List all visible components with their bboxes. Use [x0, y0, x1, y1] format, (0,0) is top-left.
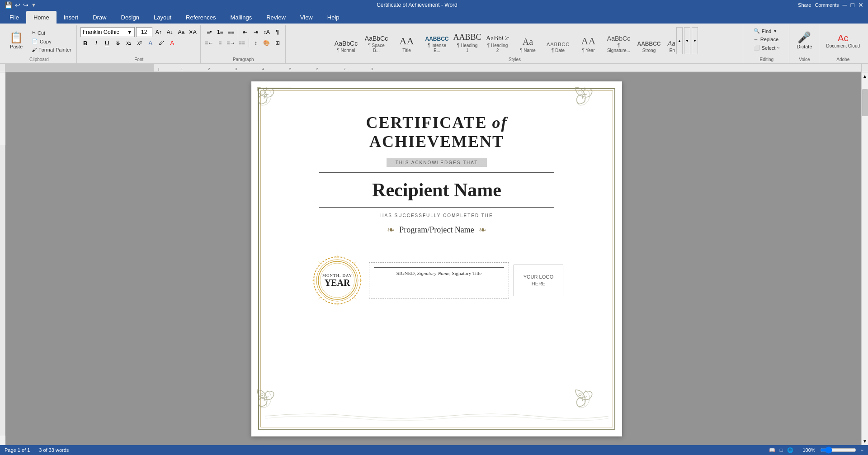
view-read-icon[interactable]: 📖: [769, 447, 775, 453]
tab-view[interactable]: View: [293, 11, 320, 24]
tab-help[interactable]: Help: [320, 11, 347, 24]
certificate-page[interactable]: CERTIFICATE of ACHIEVEMENT THIS ACKNOWLE…: [251, 81, 622, 436]
sort-button[interactable]: ↕A: [262, 27, 272, 37]
tab-design[interactable]: Design: [114, 11, 146, 24]
paragraph-group: ≡• 1≡ ≡≡ ⇤ ⇥ ↕A ¶ ≡← ≡ ≡→ ≡≡ ↕ 🎨: [202, 25, 286, 63]
tab-layout[interactable]: Layout: [146, 11, 179, 24]
editing-content: 🔍 Find ▼ ↔ Replace ⬜ Select ~: [751, 25, 782, 56]
style-emphasis[interactable]: AaBbCc Emphasis: [665, 27, 675, 54]
view-layout-icon[interactable]: □: [780, 447, 783, 453]
style-heading2[interactable]: AaBbCc ¶ Heading 2: [483, 27, 512, 54]
font-size-decrease-button[interactable]: A↓: [165, 27, 175, 37]
font-color-button[interactable]: A: [167, 38, 177, 48]
tab-insert[interactable]: Insert: [57, 11, 86, 24]
bold-button[interactable]: B: [80, 38, 90, 48]
font-group: Franklin Gothic ▼ 12 A↑ A↓ Aa ✕A B I U S…: [78, 25, 201, 63]
style-year[interactable]: AA ¶ Year: [574, 27, 603, 54]
view-web-icon[interactable]: 🌐: [787, 447, 793, 453]
styles-more[interactable]: ▾: [692, 27, 698, 54]
tab-file[interactable]: File: [2, 11, 26, 24]
tab-mailings[interactable]: Mailings: [223, 11, 259, 24]
style-strong[interactable]: AABBCC Strong: [634, 27, 664, 54]
change-case-button[interactable]: Aa: [176, 27, 186, 37]
italic-button[interactable]: I: [91, 38, 101, 48]
style-signature-line[interactable]: AaBbCc ¶ Signature...: [604, 27, 633, 54]
cut-button[interactable]: ✂ Cut: [29, 29, 74, 37]
style-intense-emphasis[interactable]: AABBCC ¶ Intense E...: [422, 27, 452, 54]
decrease-indent-button[interactable]: ⇤: [240, 27, 250, 37]
cert-title[interactable]: CERTIFICATE of ACHIEVEMENT: [297, 113, 577, 151]
share-button[interactable]: Share: [798, 2, 811, 8]
shading-button[interactable]: 🎨: [262, 38, 272, 48]
zoom-slider[interactable]: [820, 446, 856, 454]
cert-recipient[interactable]: Recipient Name: [372, 179, 501, 201]
document-cloud-button[interactable]: Ac Document Cloud: [823, 27, 863, 54]
line-spacing-button[interactable]: ↕: [251, 38, 261, 48]
editing-group: 🔍 Find ▼ ↔ Replace ⬜ Select ~ Editing: [744, 25, 789, 63]
select-button[interactable]: ⬜ Select ~: [751, 44, 782, 52]
tab-draw[interactable]: Draw: [85, 11, 113, 24]
style-space-before[interactable]: AaBbCc ¶ Space B...: [362, 27, 391, 54]
cert-acknowledges[interactable]: THIS ACKNOWLEDGES THAT: [387, 158, 487, 167]
cert-signature-area[interactable]: SIGNED, Signatory Name, Signatory Title: [369, 262, 509, 299]
format-painter-button[interactable]: 🖌 Format Painter: [29, 46, 74, 53]
show-hide-button[interactable]: ¶: [273, 27, 283, 37]
cert-logo-box[interactable]: YOUR LOGOHERE: [514, 265, 563, 296]
bullets-button[interactable]: ≡•: [204, 27, 214, 37]
align-center-button[interactable]: ≡: [215, 38, 225, 48]
ruler-container: | 1 2 3 4 5 6 7 8: [0, 64, 868, 72]
align-right-button[interactable]: ≡→: [226, 38, 236, 48]
tab-home[interactable]: Home: [26, 11, 57, 24]
svg-point-10: [260, 90, 263, 93]
scroll-up-arrow[interactable]: ▲: [862, 72, 868, 80]
find-button[interactable]: 🔍 Find ▼: [751, 27, 779, 35]
font-size-input[interactable]: 12: [136, 27, 152, 37]
comments-button[interactable]: Comments: [815, 2, 839, 8]
style-name[interactable]: Aa ¶ Name: [513, 27, 542, 54]
svg-marker-17: [336, 303, 339, 306]
tab-review[interactable]: Review: [259, 11, 293, 24]
cert-completed[interactable]: HAS SUCCESSFULLY COMPLETED THE: [380, 213, 493, 218]
font-size-increase-button[interactable]: A↑: [154, 27, 164, 37]
superscript-button[interactable]: x²: [135, 38, 145, 48]
multilevel-button[interactable]: ≡≡: [226, 27, 236, 37]
styles-scroll-up[interactable]: ▲: [676, 27, 683, 54]
justify-button[interactable]: ≡≡: [237, 38, 247, 48]
scroll-down-arrow[interactable]: ▼: [862, 437, 868, 445]
paste-button[interactable]: 📋 Paste: [5, 27, 28, 54]
styles-label: Styles: [509, 56, 521, 63]
replace-button[interactable]: ↔ Replace: [751, 36, 781, 43]
clear-format-button[interactable]: ✕A: [188, 27, 198, 37]
scroll-thumb[interactable]: [862, 89, 868, 116]
font-name-input[interactable]: Franklin Gothic ▼: [80, 27, 135, 37]
voice-content: 🎤 Dictate: [793, 25, 816, 56]
align-left-button[interactable]: ≡←: [204, 38, 214, 48]
dictate-button[interactable]: 🎤 Dictate: [793, 27, 816, 54]
strikethrough-button[interactable]: S̶: [113, 38, 123, 48]
text-highlight-button[interactable]: 🖊: [156, 38, 166, 48]
tab-references[interactable]: References: [179, 11, 223, 24]
adobe-icon: Ac: [838, 33, 848, 43]
document-area[interactable]: CERTIFICATE of ACHIEVEMENT THIS ACKNOWLE…: [5, 72, 868, 446]
increase-indent-button[interactable]: ⇥: [251, 27, 261, 37]
find-icon: 🔍: [754, 28, 760, 34]
style-date[interactable]: AABBCC ¶ Date: [543, 27, 573, 54]
paste-icon: 📋: [9, 32, 23, 43]
styles-scroll-down[interactable]: ▼: [684, 27, 690, 54]
borders-button[interactable]: ⊞: [273, 38, 283, 48]
copy-button[interactable]: 📄 Copy: [29, 38, 74, 45]
cert-program[interactable]: Program/Project Name: [399, 225, 474, 235]
style-normal[interactable]: AaBbCc ¶ Normal: [331, 27, 361, 54]
style-heading1[interactable]: AABBC ¶ Heading 1: [453, 27, 482, 54]
style-title[interactable]: AA Title: [392, 27, 421, 54]
text-effects-button[interactable]: A: [146, 38, 156, 48]
zoom-in-button[interactable]: +: [861, 447, 863, 453]
vertical-scrollbar[interactable]: ▲ ▼: [861, 72, 868, 445]
main-area: CERTIFICATE of ACHIEVEMENT THIS ACKNOWLE…: [0, 72, 868, 446]
editing-label: Editing: [760, 56, 774, 63]
cert-line-bottom: [319, 207, 554, 208]
svg-text:2: 2: [208, 67, 210, 71]
underline-button[interactable]: U: [102, 38, 112, 48]
subscript-button[interactable]: x₂: [124, 38, 134, 48]
numbering-button[interactable]: 1≡: [215, 27, 225, 37]
